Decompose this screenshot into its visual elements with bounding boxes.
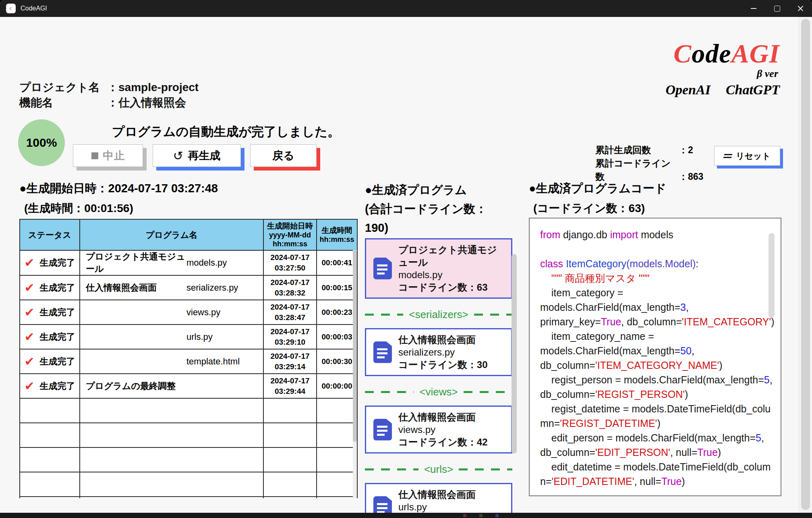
start-datetime: 2024-07-1703:28:32 bbox=[264, 277, 316, 298]
table-row-empty[interactable] bbox=[20, 423, 357, 447]
reset-icon bbox=[723, 154, 732, 158]
program-file: serializers.py bbox=[186, 283, 238, 293]
program-group: プロジェクト共通モジュール bbox=[86, 251, 186, 275]
completion-message: プログラムの自動生成が完了しました。 bbox=[112, 123, 340, 140]
programs-list: プロジェクト共通モジュールmodels.pyコードライン数：63<seriali… bbox=[365, 238, 512, 518]
generation-time: 00:00:30 bbox=[317, 357, 357, 366]
code-line: models.CharField(max_length=50, bbox=[540, 343, 770, 358]
table-header-row: ステータスプログラム名生成開始日時yyyy-MM-ddhh:mm:ss生成時間h… bbox=[20, 219, 357, 250]
program-group: 仕入情報照会画面 bbox=[86, 282, 186, 294]
code-line: from django.db import models bbox=[540, 227, 770, 242]
table-row-empty[interactable] bbox=[20, 472, 357, 497]
logo-chatgpt: ChatGPT bbox=[726, 82, 780, 97]
generation-table-container: ステータスプログラム名生成開始日時yyyy-MM-ddhh:mm:ss生成時間h… bbox=[19, 219, 358, 498]
table-row-empty[interactable] bbox=[20, 497, 357, 498]
generation-time: 00:00:23 bbox=[317, 308, 357, 317]
project-info: プロジェクト名：sample-project 機能名：仕入情報照会 bbox=[19, 80, 199, 110]
cumulative-stats: 累計生成回数：2 累計コードライン数：863 bbox=[595, 144, 703, 183]
reset-button[interactable]: リセット bbox=[714, 146, 780, 166]
minimize-button[interactable] bbox=[742, 0, 765, 17]
stop-icon bbox=[91, 152, 98, 159]
generation-time: 00:00:00 bbox=[317, 382, 357, 391]
card-file-name: models.py bbox=[398, 268, 506, 281]
abort-label: 中止 bbox=[103, 148, 125, 163]
program-cell: urls.py bbox=[80, 332, 263, 342]
section-separator: <serializers> bbox=[365, 308, 512, 321]
card-text: プロジェクト共通モジュールmodels.pyコードライン数：63 bbox=[398, 243, 506, 293]
code-line: item_category = bbox=[540, 285, 770, 300]
close-icon bbox=[798, 6, 804, 12]
program-file: views.py bbox=[186, 307, 220, 318]
document-icon bbox=[373, 341, 392, 363]
program-file: models.py bbox=[186, 258, 227, 268]
generation-time: 00:00:03 bbox=[317, 333, 357, 341]
generation-table-body: ✔生成完了プロジェクト共通モジュールmodels.py2024-07-1703:… bbox=[20, 250, 357, 498]
code-line: regist_person = models.CharField(max_len… bbox=[540, 372, 770, 387]
logo-openai: OpenAI bbox=[665, 82, 710, 97]
close-button[interactable] bbox=[789, 0, 812, 17]
program-file: urls.py bbox=[186, 332, 213, 342]
maximize-button[interactable] bbox=[765, 0, 789, 17]
check-icon: ✔ bbox=[24, 257, 34, 269]
program-card[interactable]: プロジェクト共通モジュールmodels.pyコードライン数：63 bbox=[365, 238, 512, 299]
programs-scrollbar-thumb[interactable] bbox=[512, 254, 517, 454]
table-row[interactable]: ✔生成完了仕入情報照会画面serializers.py2024-07-1703:… bbox=[20, 275, 357, 300]
program-cell: views.py bbox=[80, 307, 263, 318]
table-row[interactable]: ✔生成完了views.py2024-07-1703:28:4700:00:23 bbox=[20, 300, 357, 325]
maximize-icon bbox=[774, 6, 780, 12]
program-cell: 仕入情報照会画面serializers.py bbox=[80, 282, 263, 294]
code-scrollbar-thumb[interactable] bbox=[768, 233, 775, 318]
window-controls bbox=[742, 0, 812, 17]
table-row[interactable]: ✔生成完了template.html2024-07-1703:29:1400:0… bbox=[20, 349, 357, 374]
project-name-row: プロジェクト名：sample-project bbox=[19, 80, 199, 95]
code-line: models.CharField(max_length=3, bbox=[540, 300, 770, 314]
minimize-icon bbox=[751, 8, 756, 9]
status-label: 生成完了 bbox=[40, 306, 75, 318]
table-row-empty[interactable] bbox=[20, 398, 357, 423]
code-line: """ 商品種別マスタ """ bbox=[540, 271, 770, 285]
start-datetime: 2024-07-1703:29:10 bbox=[264, 327, 316, 347]
reset-label: リセット bbox=[736, 150, 771, 162]
table-row-empty[interactable] bbox=[20, 447, 357, 472]
generation-time: 00:00:15 bbox=[317, 283, 357, 292]
refresh-icon: ↺ bbox=[173, 149, 183, 163]
status-cell: ✔生成完了 bbox=[20, 306, 79, 318]
logo-partners: OpenAIChatGPT bbox=[665, 83, 780, 97]
program-card[interactable]: 仕入情報照会画面serializers.pyコードライン数：30 bbox=[365, 328, 512, 376]
card-program-name: プロジェクト共通モジュール bbox=[398, 243, 506, 268]
table-row[interactable]: ✔生成完了プロジェクト共通モジュールmodels.py2024-07-1703:… bbox=[20, 250, 357, 275]
card-file-name: urls.py bbox=[398, 501, 482, 513]
card-program-name: 仕入情報照会画面 bbox=[398, 333, 488, 346]
code-line: db_column='REGIST_PERSON') bbox=[540, 387, 770, 402]
taskbar-edge bbox=[0, 513, 812, 518]
abort-button[interactable]: 中止 bbox=[73, 144, 143, 167]
code-panel[interactable]: from django.db import models class ItemC… bbox=[529, 218, 781, 496]
table-scrollbar-thumb[interactable] bbox=[353, 250, 357, 442]
program-cell: プロジェクト共通モジュールmodels.py bbox=[80, 251, 263, 275]
table-row[interactable]: ✔生成完了プログラムの最終調整2024-07-1703:29:4400:00:0… bbox=[20, 374, 357, 398]
check-icon: ✔ bbox=[24, 356, 34, 368]
brand-wordmark: CodeAGI bbox=[665, 40, 780, 67]
generation-table: ステータスプログラム名生成開始日時yyyy-MM-ddhh:mm:ss生成時間h… bbox=[19, 219, 358, 498]
brand-logo: CodeAGI β ver OpenAIChatGPT bbox=[665, 40, 780, 97]
card-program-name: 仕入情報照会画面 bbox=[398, 488, 482, 501]
status-label: 生成完了 bbox=[40, 356, 75, 368]
status-cell: ✔生成完了 bbox=[20, 356, 79, 368]
programs-title: ●生成済プログラム (合計コードライン数： 190) bbox=[365, 181, 512, 237]
back-label: 戻る bbox=[272, 148, 294, 163]
column-header-3: 生成時間hh:mm:ss bbox=[317, 219, 357, 250]
program-cell: プログラムの最終調整 bbox=[80, 380, 263, 392]
table-row[interactable]: ✔生成完了urls.py2024-07-1703:29:1000:00:03 bbox=[20, 325, 357, 349]
start-datetime: 2024-07-1703:29:14 bbox=[264, 351, 316, 372]
card-program-name: 仕入情報照会画面 bbox=[398, 411, 488, 423]
page-scrollbar-thumb[interactable] bbox=[801, 19, 810, 510]
function-name-value: ：仕入情報照会 bbox=[107, 96, 186, 109]
status-label: 生成完了 bbox=[40, 380, 75, 392]
back-button[interactable]: 戻る bbox=[250, 144, 317, 167]
generated-programs-panel: ●生成済プログラム (合計コードライン数： 190) プロジェクト共通モジュール… bbox=[365, 181, 512, 518]
section-separator: <urls> bbox=[365, 463, 512, 476]
regenerate-button[interactable]: ↺ 再生成 bbox=[153, 144, 241, 167]
code-line: db_column='ITEM_CATEGORY_NAME') bbox=[540, 358, 770, 372]
program-card[interactable]: 仕入情報照会画面views.pyコードライン数：42 bbox=[365, 406, 512, 454]
code-line: mn='REGIST_DATETIME') bbox=[540, 416, 770, 431]
